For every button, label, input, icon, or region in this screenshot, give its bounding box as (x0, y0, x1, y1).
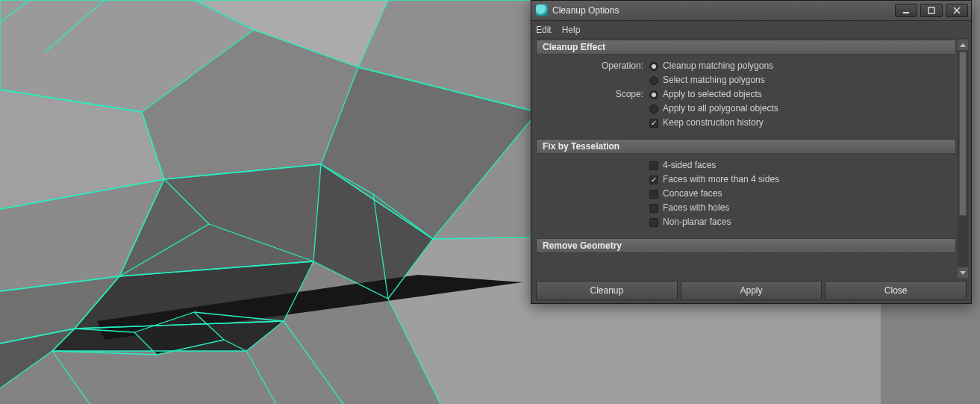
minimize-button[interactable] (895, 4, 917, 17)
cleanup-options-dialog: Cleanup Options Edit Help Cleanup Effect… (531, 0, 972, 304)
scope-label: Scope: (543, 87, 649, 102)
chevron-down-icon (960, 271, 966, 275)
radio-label: Select matching polygons (663, 73, 765, 87)
check-label: 4-sided faces (663, 158, 716, 173)
scroll-up-button[interactable] (958, 40, 968, 50)
section-header-remove-geometry[interactable]: Remove Geometry (536, 238, 956, 253)
section-header-fix-tesselation[interactable]: Fix by Tesselation (536, 139, 956, 154)
close-icon (953, 7, 961, 14)
check-more-than-4[interactable] (649, 175, 658, 184)
maximize-button[interactable] (920, 4, 943, 17)
scroll-thumb[interactable] (959, 52, 967, 216)
button-label: Apply (740, 285, 762, 296)
radio-label: Apply to selected objects (663, 87, 762, 102)
minimize-icon (902, 7, 910, 14)
menu-edit[interactable]: Edit (536, 25, 552, 35)
close-button[interactable] (946, 4, 968, 17)
check-nonplanar[interactable] (649, 218, 658, 227)
svg-rect-17 (903, 12, 909, 13)
scrollbar[interactable] (958, 40, 968, 278)
menu-help[interactable]: Help (562, 25, 581, 35)
section-header-label: Fix by Tesselation (543, 141, 619, 152)
radio-apply-selected[interactable] (649, 90, 658, 99)
check-label: Faces with more than 4 sides (663, 173, 779, 187)
dialog-body: Cleanup Effect Operation: Cleanup matchi… (536, 40, 956, 278)
section-body-cleanup-effect: Operation: Cleanup matching polygons Sel… (536, 55, 956, 134)
maximize-icon (928, 7, 935, 14)
check-4-sided[interactable] (649, 161, 658, 170)
check-label: Faces with holes (663, 201, 729, 215)
radio-label: Cleanup matching polygons (663, 59, 773, 73)
window-title: Cleanup Options (552, 5, 895, 16)
menubar: Edit Help (531, 21, 971, 39)
radio-apply-all[interactable] (649, 105, 658, 114)
check-label: Non-planar faces (663, 215, 731, 229)
check-holes[interactable] (649, 204, 658, 213)
check-keep-history[interactable] (649, 119, 658, 128)
close-dialog-button[interactable]: Close (825, 281, 967, 300)
section-header-cleanup-effect[interactable]: Cleanup Effect (536, 40, 956, 55)
button-label: Cleanup (590, 285, 623, 296)
radio-label: Apply to all polygonal objects (663, 102, 778, 116)
section-header-label: Remove Geometry (543, 240, 622, 251)
titlebar[interactable]: Cleanup Options (531, 1, 971, 21)
operation-label: Operation: (543, 59, 649, 73)
section-header-label: Cleanup Effect (543, 42, 605, 52)
apply-button[interactable]: Apply (681, 281, 823, 300)
scroll-down-button[interactable] (958, 267, 968, 278)
cleanup-button[interactable]: Cleanup (536, 281, 678, 300)
radio-cleanup-matching[interactable] (649, 62, 658, 71)
dialog-footer: Cleanup Apply Close (536, 281, 967, 300)
svg-rect-18 (928, 7, 934, 13)
section-body-fix-tesselation: 4-sided faces Faces with more than 4 sid… (536, 154, 956, 234)
radio-select-matching[interactable] (649, 76, 658, 85)
check-label: Concave faces (663, 187, 722, 201)
check-concave[interactable] (649, 190, 658, 199)
button-label: Close (884, 285, 908, 296)
chevron-up-icon (960, 43, 966, 47)
app-icon (536, 4, 548, 16)
check-label: Keep construction history (663, 116, 764, 130)
